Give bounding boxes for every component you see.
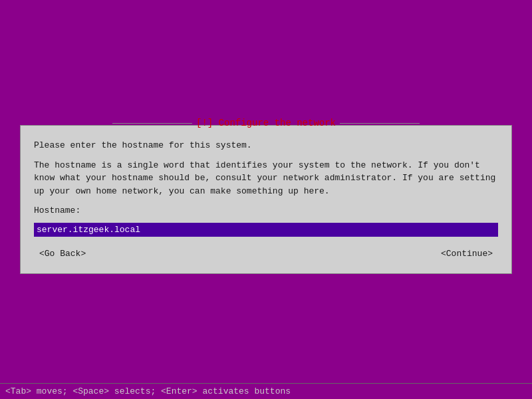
description-line1: Please enter the hostname for this syste… bbox=[34, 139, 498, 152]
configure-network-dialog: [!] Configure the network Please enter t… bbox=[20, 125, 512, 274]
hostname-label: Hostname: bbox=[34, 204, 498, 217]
title-line-left bbox=[112, 123, 192, 124]
description-line2: The hostname is a single word that ident… bbox=[34, 159, 498, 198]
status-bar-text: <Tab> moves; <Space> selects; <Enter> ac… bbox=[5, 386, 291, 396]
hostname-input-wrapper[interactable] bbox=[34, 223, 498, 237]
dialog-content: Please enter the hostname for this syste… bbox=[34, 139, 498, 260]
dialog-title-bar: [!] Configure the network bbox=[112, 118, 420, 128]
dialog-title: [!] Configure the network bbox=[196, 118, 336, 128]
hostname-input[interactable] bbox=[34, 223, 498, 237]
status-bar: <Tab> moves; <Space> selects; <Enter> ac… bbox=[0, 383, 532, 399]
go-back-button[interactable]: <Go Back> bbox=[34, 247, 91, 260]
title-line-right bbox=[340, 123, 420, 124]
continue-button[interactable]: <Continue> bbox=[436, 247, 498, 260]
buttons-row: <Go Back> <Continue> bbox=[34, 247, 498, 260]
